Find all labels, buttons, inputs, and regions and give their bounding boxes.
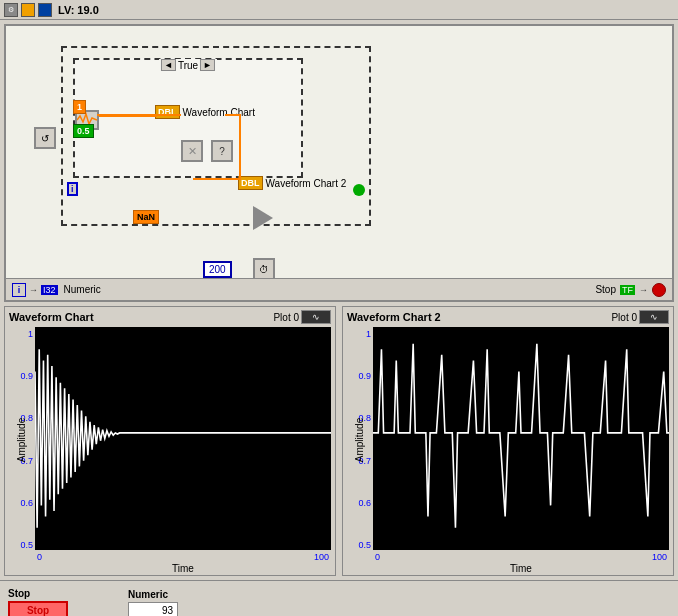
numeric-control: Numeric 93: [128, 589, 178, 617]
bd-status-bar: i → I32 Numeric Stop TF →: [6, 278, 672, 300]
compare-operator: ?: [211, 140, 233, 162]
app-icon-3: [38, 3, 52, 17]
numeric-status-label: Numeric: [64, 284, 101, 295]
num-200-box[interactable]: 200: [203, 261, 232, 278]
tf-badge: TF: [620, 285, 635, 295]
block-diagram: ◄ True ► DBL Waveform Chart ✕ ?: [4, 24, 674, 302]
front-panel: Waveform Chart Plot 0 ∿ 1 0.9 0.8 0.7 0.…: [4, 306, 674, 576]
dbl-label-1: DBL: [155, 105, 180, 119]
chart-1-title: Waveform Chart: [9, 311, 94, 323]
run-button[interactable]: [652, 283, 666, 297]
chart-2-x-min: 0: [375, 552, 380, 562]
chart-2-y-6: 0.5: [345, 540, 373, 550]
chart-2-y-5: 0.6: [345, 498, 373, 508]
chart-2-x-nums: 0 100: [373, 552, 669, 562]
chart-2-plot-selector[interactable]: Plot 0 ∿: [611, 310, 669, 324]
stop-control: Stop Stop: [8, 588, 68, 617]
chart-2-wave-icon: ∿: [650, 312, 658, 322]
chart-1-title-bar: Waveform Chart Plot 0 ∿: [5, 307, 335, 327]
bd-status-right: Stop TF →: [595, 283, 666, 297]
case-next-btn[interactable]: ►: [200, 59, 215, 71]
chart-2-y-label: Amplitude: [354, 410, 365, 470]
chart-1-x-max: 100: [314, 552, 329, 562]
waveform-chart-2-block: DBL Waveform Chart 2: [238, 176, 346, 190]
chart-2-title: Waveform Chart 2: [347, 311, 441, 323]
chart-1-y-6: 0.5: [7, 540, 35, 550]
i32-badge: I32: [41, 285, 58, 295]
chart-1-y-1: 1: [7, 329, 35, 339]
nan-label: NaN: [133, 210, 159, 224]
info-icon: i: [12, 283, 26, 297]
chart-1-plot-color[interactable]: ∿: [301, 310, 331, 324]
chart-1-x-nums: 0 100: [35, 552, 331, 562]
stop-status-label: Stop: [595, 284, 616, 295]
wire-h-1: [97, 114, 181, 116]
orange-1-badge: 1: [73, 100, 86, 114]
multiply-operator: ✕: [181, 140, 203, 162]
loop-back-icon: ↺: [34, 127, 56, 149]
case-label: ◄ True ►: [159, 59, 217, 71]
chart-1-x-label: Time: [35, 562, 331, 575]
stop-control-label: Stop: [8, 588, 30, 599]
chart-2-plot-color[interactable]: ∿: [639, 310, 669, 324]
select-triangle-icon: [253, 206, 273, 230]
numeric-value: 93: [128, 602, 178, 617]
chart-1-plot-area: [35, 327, 331, 550]
chart-2-waveform-svg: [373, 327, 669, 550]
chart-2-x-label: Time: [373, 562, 669, 575]
chart-1-y-label: Amplitude: [16, 410, 27, 470]
numeric-control-label: Numeric: [128, 589, 168, 600]
chart-1-x-min: 0: [37, 552, 42, 562]
chart-2-x-max: 100: [652, 552, 667, 562]
title-text: LV: 19.0: [58, 4, 99, 16]
wire-h-2: [225, 114, 239, 116]
title-bar-icons: ⚙: [4, 3, 52, 17]
bd-status-left: i → I32 Numeric: [12, 283, 101, 297]
app-icon-1: ⚙: [4, 3, 18, 17]
chart-1-plot-selector[interactable]: Plot 0 ∿: [273, 310, 331, 324]
chart-2-title-bar: Waveform Chart 2 Plot 0 ∿: [343, 307, 673, 327]
chart-1-x-area: 0 100 Time: [35, 552, 331, 575]
timer-icon: ⏱: [253, 258, 275, 280]
green-0-5-badge: 0.5: [73, 124, 94, 138]
chart-1-wave-icon: ∿: [312, 312, 320, 322]
waveform-chart-1-label: Waveform Chart: [183, 107, 255, 118]
chart-2-x-area: 0 100 Time: [373, 552, 669, 575]
chart-container-1: Waveform Chart Plot 0 ∿ 1 0.9 0.8 0.7 0.…: [4, 306, 336, 576]
dbl-label-2: DBL: [238, 176, 263, 190]
chart-2-plot-area: [373, 327, 669, 550]
waveform-chart-2-label: Waveform Chart 2: [266, 178, 347, 189]
chart-1-plot-label: Plot 0: [273, 312, 299, 323]
chart-2-plot-container: 1 0.9 0.8 0.7 0.6 0.5 Amplitude: [343, 327, 673, 552]
case-value: True: [178, 60, 198, 71]
app-icon-2: [21, 3, 35, 17]
iter-terminal: i: [67, 182, 78, 196]
wire-v-1: [239, 114, 241, 180]
chart-1-plot-container: 1 0.9 0.8 0.7 0.6 0.5 Amplitude: [5, 327, 335, 552]
chart-1-y-5: 0.6: [7, 498, 35, 508]
loop-condition-terminal: [353, 184, 365, 196]
chart-2-plot-label: Plot 0: [611, 312, 637, 323]
while-loop: ◄ True ► DBL Waveform Chart ✕ ?: [61, 46, 371, 226]
case-prev-btn[interactable]: ◄: [161, 59, 176, 71]
bottom-controls: Stop Stop Numeric 93: [0, 580, 678, 616]
chart-2-y-1: 1: [345, 329, 373, 339]
chart-1-waveform-svg: [35, 327, 331, 550]
chart-2-y-2: 0.9: [345, 371, 373, 381]
wire-h-3: [193, 178, 241, 180]
title-bar: ⚙ LV: 19.0: [0, 0, 678, 20]
chart-1-y-2: 0.9: [7, 371, 35, 381]
chart-container-2: Waveform Chart 2 Plot 0 ∿ 1 0.9 0.8 0.7 …: [342, 306, 674, 576]
stop-button[interactable]: Stop: [8, 601, 68, 617]
